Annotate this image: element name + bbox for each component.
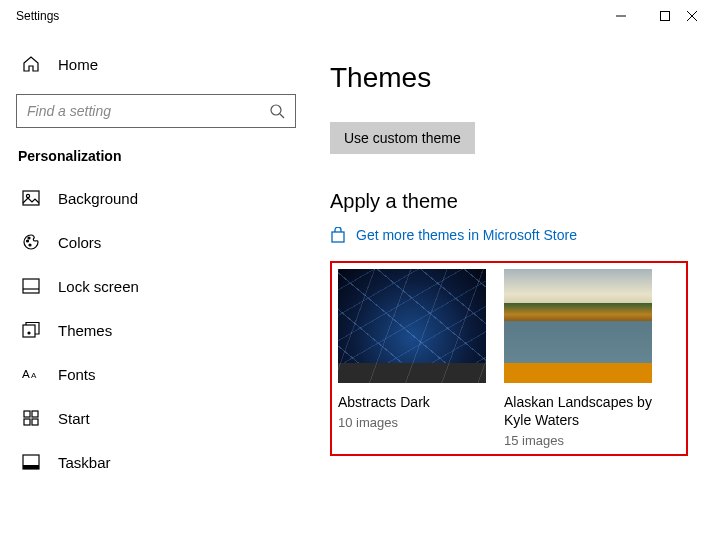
- svg-rect-17: [24, 411, 30, 417]
- themes-icon: [22, 322, 40, 338]
- sidebar-item-label: Fonts: [58, 366, 96, 383]
- maximize-button[interactable]: [643, 0, 687, 32]
- sidebar-item-fonts[interactable]: AA Fonts: [16, 352, 314, 396]
- sidebar-item-label: Background: [58, 190, 138, 207]
- home-button[interactable]: Home: [16, 42, 314, 86]
- svg-point-14: [28, 332, 30, 334]
- store-link-text: Get more themes in Microsoft Store: [356, 227, 577, 243]
- theme-count: 15 images: [504, 433, 652, 448]
- search-field[interactable]: [27, 103, 269, 119]
- sidebar-item-label: Start: [58, 410, 90, 427]
- home-icon: [22, 55, 40, 73]
- svg-rect-20: [32, 419, 38, 425]
- themes-grid: Abstracts Dark 10 images Alaskan Landsca…: [330, 261, 688, 456]
- svg-text:A: A: [31, 372, 37, 381]
- fonts-icon: AA: [22, 366, 40, 382]
- theme-card[interactable]: Alaskan Landscapes by Kyle Waters 15 ima…: [504, 269, 652, 448]
- home-label: Home: [58, 56, 98, 73]
- start-icon: [22, 410, 40, 426]
- svg-rect-23: [332, 232, 344, 242]
- titlebar: Settings: [0, 0, 717, 32]
- svg-rect-13: [23, 325, 35, 337]
- category-label: Personalization: [16, 142, 314, 176]
- svg-rect-11: [23, 279, 39, 293]
- store-link[interactable]: Get more themes in Microsoft Store: [330, 227, 693, 243]
- sidebar-item-label: Lock screen: [58, 278, 139, 295]
- main-content: Themes Use custom theme Apply a theme Ge…: [330, 32, 717, 552]
- taskbar-icon: [22, 454, 40, 470]
- svg-rect-18: [32, 411, 38, 417]
- sidebar-item-start[interactable]: Start: [16, 396, 314, 440]
- page-title: Themes: [330, 62, 693, 94]
- sidebar-item-label: Taskbar: [58, 454, 111, 471]
- sidebar: Home Personalization Background: [0, 32, 330, 552]
- theme-name: Abstracts Dark: [338, 393, 486, 411]
- theme-thumbnail: [504, 269, 652, 383]
- search-icon: [269, 103, 285, 119]
- sidebar-item-themes[interactable]: Themes: [16, 308, 314, 352]
- store-icon: [330, 227, 346, 243]
- minimize-button[interactable]: [599, 0, 643, 32]
- theme-card[interactable]: Abstracts Dark 10 images: [338, 269, 486, 448]
- svg-text:A: A: [22, 368, 30, 381]
- close-button[interactable]: [687, 0, 717, 32]
- sidebar-item-background[interactable]: Background: [16, 176, 314, 220]
- use-custom-theme-button[interactable]: Use custom theme: [330, 122, 475, 154]
- svg-point-7: [26, 194, 29, 197]
- svg-rect-1: [661, 12, 670, 21]
- svg-rect-22: [23, 465, 39, 469]
- svg-rect-6: [23, 191, 39, 205]
- sidebar-item-label: Themes: [58, 322, 112, 339]
- apply-theme-title: Apply a theme: [330, 190, 693, 213]
- svg-point-10: [29, 244, 31, 246]
- search-input[interactable]: [16, 94, 296, 128]
- picture-icon: [22, 190, 40, 206]
- svg-point-4: [271, 105, 281, 115]
- palette-icon: [22, 233, 40, 251]
- sidebar-item-label: Colors: [58, 234, 101, 251]
- svg-point-9: [28, 237, 30, 239]
- theme-thumbnail: [338, 269, 486, 383]
- lockscreen-icon: [22, 278, 40, 294]
- theme-name: Alaskan Landscapes by Kyle Waters: [504, 393, 652, 429]
- svg-point-8: [27, 240, 29, 242]
- theme-count: 10 images: [338, 415, 486, 430]
- sidebar-item-lockscreen[interactable]: Lock screen: [16, 264, 314, 308]
- sidebar-item-colors[interactable]: Colors: [16, 220, 314, 264]
- window-title: Settings: [16, 9, 59, 23]
- sidebar-item-taskbar[interactable]: Taskbar: [16, 440, 314, 484]
- svg-rect-19: [24, 419, 30, 425]
- svg-line-5: [280, 114, 284, 118]
